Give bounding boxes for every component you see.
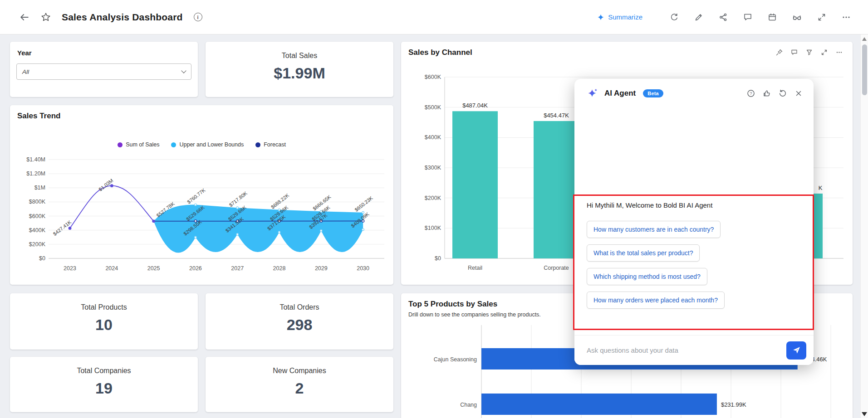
svg-text:$650.23K: $650.23K bbox=[353, 195, 374, 213]
svg-text:$500K: $500K bbox=[425, 104, 441, 111]
kpi-value: $1.99M bbox=[206, 64, 393, 82]
svg-text:$0: $0 bbox=[435, 255, 441, 262]
close-icon bbox=[794, 89, 803, 97]
back-button[interactable] bbox=[19, 12, 30, 23]
ai-agent-header: AI Agent Beta ? bbox=[574, 79, 814, 108]
kpi-value: 10 bbox=[10, 316, 198, 334]
refresh-icon bbox=[670, 13, 679, 22]
svg-text:Retail: Retail bbox=[468, 265, 482, 271]
reset-icon bbox=[779, 89, 787, 97]
kpi-label: Total Orders bbox=[206, 303, 393, 311]
svg-text:$487.04K: $487.04K bbox=[462, 102, 488, 109]
dashboard: Sales Analysis Dashboard i Summarize Yea… bbox=[0, 0, 868, 418]
fullscreen-button[interactable] bbox=[817, 13, 826, 22]
svg-text:2030: 2030 bbox=[357, 265, 369, 272]
sales-trend-card: Sales Trend Sum of Sales Upper and Lower… bbox=[10, 105, 393, 285]
filter-icon bbox=[806, 49, 813, 56]
legend-dot bbox=[118, 142, 123, 147]
highlight-rectangle bbox=[573, 194, 814, 330]
ai-question-input[interactable] bbox=[587, 346, 786, 354]
share-button[interactable] bbox=[719, 13, 728, 22]
svg-text:2028: 2028 bbox=[273, 265, 286, 272]
dashboard-title: Sales Analysis Dashboard bbox=[62, 12, 183, 23]
send-button[interactable] bbox=[786, 341, 806, 360]
svg-text:?: ? bbox=[750, 91, 752, 96]
ai-agent-title: AI Agent bbox=[604, 89, 636, 98]
sales-trend-plot[interactable]: $0$200K$400K$600K$800K$1M$1.20M$1.40M202… bbox=[10, 151, 393, 285]
star-icon bbox=[41, 12, 51, 22]
ai-sparkle-icon bbox=[587, 88, 598, 99]
svg-text:Cajun Seasoning: Cajun Seasoning bbox=[434, 356, 477, 363]
summarize-sparkle-icon bbox=[597, 14, 604, 21]
kpi-value: 2 bbox=[206, 379, 393, 397]
chart-legend: Sum of Sales Upper and Lower Bounds Fore… bbox=[10, 141, 393, 148]
maximize-icon bbox=[821, 49, 828, 56]
favorite-star-button[interactable] bbox=[41, 12, 51, 22]
summarize-button[interactable]: Summarize bbox=[597, 13, 642, 21]
scrollbar-thumb[interactable] bbox=[862, 44, 867, 95]
calendar-icon bbox=[768, 13, 777, 22]
more-options-button[interactable] bbox=[842, 13, 851, 22]
year-filter-card: Year All bbox=[10, 42, 198, 97]
svg-text:K: K bbox=[819, 185, 823, 191]
svg-text:$1.20M: $1.20M bbox=[26, 170, 45, 177]
ai-agent-actions: ? bbox=[747, 89, 803, 97]
year-filter-dropdown[interactable]: All bbox=[16, 63, 191, 80]
scroll-up-arrow-icon[interactable] bbox=[862, 37, 867, 41]
legend-label: Upper and Lower Bounds bbox=[179, 141, 244, 148]
legend-label: Forecast bbox=[264, 141, 286, 148]
feedback-button[interactable] bbox=[763, 89, 771, 97]
comment-icon bbox=[743, 13, 752, 22]
svg-text:$0: $0 bbox=[39, 255, 45, 262]
maximize-button[interactable] bbox=[821, 49, 828, 56]
svg-text:2024: 2024 bbox=[105, 265, 118, 272]
chart-subtitle: Drill down to see the companies selling … bbox=[408, 311, 541, 318]
legend-dot bbox=[171, 142, 176, 147]
top-bar: Sales Analysis Dashboard i Summarize bbox=[0, 0, 868, 34]
filter-button[interactable] bbox=[806, 49, 813, 56]
widget-more-button[interactable] bbox=[836, 49, 843, 56]
view-button[interactable] bbox=[792, 12, 802, 22]
legend-item-forecast[interactable]: Forecast bbox=[255, 141, 286, 148]
comment-button[interactable] bbox=[743, 13, 752, 22]
pin-button[interactable] bbox=[776, 49, 783, 56]
info-icon[interactable]: i bbox=[194, 13, 202, 21]
svg-text:$200K: $200K bbox=[425, 195, 441, 201]
kpi-label: New Companies bbox=[206, 367, 393, 375]
beta-badge: Beta bbox=[643, 89, 663, 97]
legend-dot bbox=[255, 142, 260, 147]
feedback-icon bbox=[763, 89, 771, 97]
svg-text:Chang: Chang bbox=[460, 402, 477, 408]
scroll-down-arrow-icon[interactable] bbox=[862, 412, 867, 416]
svg-text:2026: 2026 bbox=[189, 265, 202, 272]
help-button[interactable]: ? bbox=[747, 89, 755, 97]
close-button[interactable] bbox=[794, 89, 803, 97]
svg-text:2025: 2025 bbox=[147, 265, 160, 272]
year-filter-value: All bbox=[22, 68, 29, 75]
total-products-card: Total Products 10 bbox=[10, 293, 198, 350]
scrollbar[interactable] bbox=[860, 34, 868, 418]
svg-text:$600K: $600K bbox=[29, 213, 46, 219]
widget-toolbar bbox=[776, 49, 843, 56]
svg-text:$454.47K: $454.47K bbox=[544, 112, 569, 119]
schedule-button[interactable] bbox=[768, 13, 777, 22]
total-orders-card: Total Orders 298 bbox=[206, 293, 393, 350]
kpi-label: Total Products bbox=[10, 303, 198, 311]
fullscreen-icon bbox=[817, 13, 826, 22]
total-companies-card: Total Companies 19 bbox=[10, 357, 198, 412]
pencil-icon bbox=[694, 13, 703, 22]
reset-button[interactable] bbox=[779, 89, 787, 97]
svg-text:$1M: $1M bbox=[34, 185, 45, 191]
edit-button[interactable] bbox=[694, 13, 703, 22]
legend-item-bounds[interactable]: Upper and Lower Bounds bbox=[171, 141, 244, 148]
ellipsis-icon bbox=[842, 13, 851, 22]
legend-label: Sum of Sales bbox=[126, 141, 159, 148]
widget-comment-button[interactable] bbox=[791, 49, 798, 56]
refresh-button[interactable] bbox=[670, 13, 679, 22]
svg-text:2023: 2023 bbox=[64, 265, 76, 272]
svg-text:2029: 2029 bbox=[315, 265, 328, 272]
chart-title: Sales by Channel bbox=[408, 48, 472, 57]
svg-text:2027: 2027 bbox=[231, 265, 244, 272]
pin-icon bbox=[776, 49, 783, 56]
legend-item-sum-of-sales[interactable]: Sum of Sales bbox=[118, 141, 159, 148]
